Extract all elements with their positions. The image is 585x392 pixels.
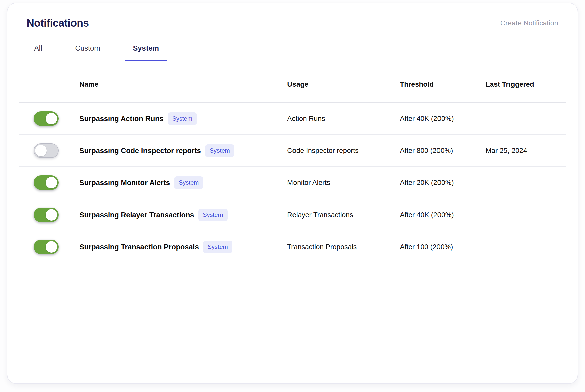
column-header-threshold: Threshold (400, 80, 486, 88)
system-badge: System (168, 112, 197, 125)
enable-toggle[interactable] (34, 240, 59, 254)
column-header-usage: Usage (287, 80, 400, 88)
notifications-card: Notifications Create Notification All Cu… (7, 3, 578, 384)
toggle-knob (46, 209, 57, 221)
name-cell: Surpassing Monitor Alerts System (79, 176, 287, 189)
threshold-cell: After 40K (200%) (400, 115, 486, 123)
notification-name: Surpassing Action Runs (79, 115, 164, 123)
tab-custom[interactable]: Custom (67, 44, 108, 61)
name-cell: Surpassing Code Inspector reports System (79, 144, 287, 157)
usage-cell: Transaction Proposals (287, 243, 400, 251)
enable-toggle[interactable] (34, 175, 59, 190)
table-row: Surpassing Transaction Proposals System … (19, 231, 566, 263)
threshold-cell: After 100 (200%) (400, 243, 486, 251)
notification-name: Surpassing Code Inspector reports (79, 147, 201, 155)
table-row: Surpassing Code Inspector reports System… (19, 135, 566, 167)
system-badge: System (203, 241, 232, 253)
toggle-cell (27, 143, 79, 158)
name-cell: Surpassing Relayer Transactions System (79, 209, 287, 221)
toggle-knob (35, 145, 47, 156)
usage-cell: Action Runs (287, 115, 400, 123)
notification-name: Surpassing Transaction Proposals (79, 243, 199, 251)
threshold-cell: After 20K (200%) (400, 179, 486, 187)
system-badge: System (198, 209, 228, 221)
threshold-cell: After 40K (200%) (400, 211, 486, 219)
page-title: Notifications (27, 17, 89, 29)
toggle-cell (27, 240, 79, 254)
enable-toggle[interactable] (34, 208, 59, 222)
threshold-cell: After 800 (200%) (400, 147, 486, 155)
name-cell: Surpassing Transaction Proposals System (79, 241, 287, 253)
tab-all[interactable]: All (26, 44, 50, 61)
tab-system[interactable]: System (125, 44, 167, 61)
usage-cell: Relayer Transactions (287, 211, 400, 219)
column-header-name: Name (79, 80, 287, 88)
toggle-cell (27, 111, 79, 126)
create-notification-button[interactable]: Create Notification (500, 19, 558, 27)
notification-name: Surpassing Relayer Transactions (79, 211, 194, 219)
table-row: Surpassing Monitor Alerts System Monitor… (19, 167, 566, 199)
name-cell: Surpassing Action Runs System (79, 112, 287, 125)
table-body: Surpassing Action Runs System Action Run… (19, 103, 566, 263)
enable-toggle[interactable] (34, 143, 59, 158)
toggle-knob (46, 177, 57, 188)
notification-name: Surpassing Monitor Alerts (79, 179, 170, 187)
table-row: Surpassing Action Runs System Action Run… (19, 103, 566, 135)
tab-bar: All Custom System (19, 44, 566, 61)
table-row: Surpassing Relayer Transactions System R… (19, 199, 566, 231)
toggle-knob (46, 241, 57, 253)
column-header-last-triggered: Last Triggered (486, 80, 566, 88)
card-header: Notifications Create Notification (19, 3, 566, 29)
enable-toggle[interactable] (34, 111, 59, 126)
system-badge: System (205, 144, 234, 157)
toggle-knob (46, 113, 57, 124)
last-triggered-cell: Mar 25, 2024 (486, 147, 566, 155)
table-header-row: Name Usage Threshold Last Triggered (19, 61, 566, 103)
toggle-cell (27, 208, 79, 222)
system-badge: System (174, 176, 203, 189)
usage-cell: Monitor Alerts (287, 179, 400, 187)
usage-cell: Code Inspector reports (287, 147, 400, 155)
toggle-cell (27, 175, 79, 190)
